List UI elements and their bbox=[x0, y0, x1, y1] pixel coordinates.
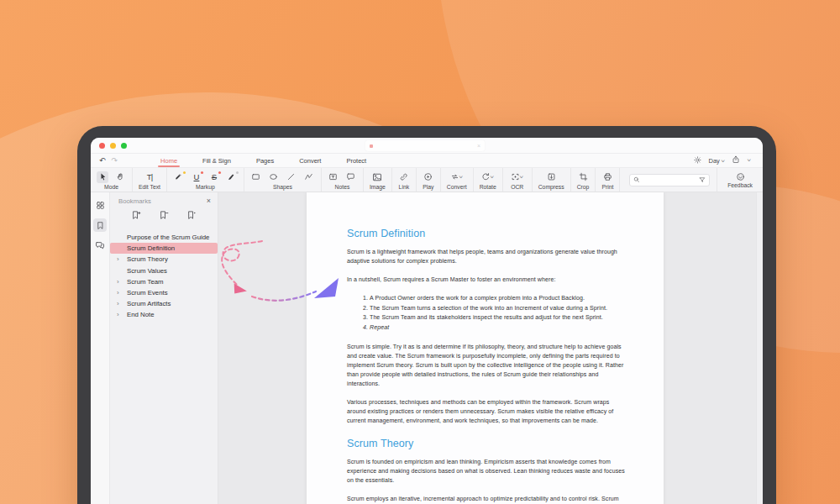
underline-button[interactable] bbox=[191, 171, 202, 183]
tab-fill-and-sign[interactable]: Fill & Sign bbox=[190, 154, 244, 167]
close-document-icon[interactable]: × bbox=[477, 143, 480, 149]
redo-icon[interactable]: ↷ bbox=[112, 156, 118, 165]
close-panel-icon[interactable]: × bbox=[207, 197, 211, 205]
bookmark-item[interactable]: ›Scrum Artifacts bbox=[110, 298, 218, 309]
feedback-button[interactable]: Feedback bbox=[717, 168, 763, 192]
add-bookmark-icon[interactable] bbox=[131, 208, 141, 223]
group-edit-text: Edit Text bbox=[133, 168, 167, 192]
select-mode-button[interactable] bbox=[97, 171, 108, 183]
brightness-icon[interactable] bbox=[694, 156, 701, 165]
link-button[interactable] bbox=[398, 171, 410, 183]
print-button[interactable] bbox=[601, 171, 613, 183]
tab-protect[interactable]: Protect bbox=[333, 154, 379, 167]
highlight-button[interactable] bbox=[173, 171, 185, 183]
bookmarks-list: Purpose of the Scrum Guide Scrum Definit… bbox=[110, 232, 218, 321]
doc-heading-scrum-definition: Scrum Definition bbox=[347, 228, 625, 240]
search-input[interactable] bbox=[643, 176, 696, 184]
color-dot bbox=[201, 171, 203, 174]
bookmark-item[interactable]: Purpose of the Scrum Guide bbox=[110, 232, 218, 243]
remove-bookmark-icon[interactable] bbox=[159, 208, 169, 223]
edit-text-button[interactable] bbox=[144, 171, 155, 183]
hand-mode-button[interactable] bbox=[114, 171, 126, 183]
tab-convert[interactable]: Convert bbox=[286, 154, 333, 167]
tab-pages[interactable]: Pages bbox=[244, 154, 286, 167]
doc-list-item: Repeat bbox=[370, 323, 625, 332]
convert-button[interactable]: ˅ bbox=[449, 171, 465, 183]
color-dot bbox=[236, 171, 239, 174]
thumbnails-panel-icon[interactable] bbox=[93, 198, 107, 212]
bookmarks-panel: Bookmarks × Purpose of the Scrum Guide S… bbox=[110, 192, 218, 504]
ellipse-shape-button[interactable] bbox=[268, 171, 280, 183]
filter-icon[interactable] bbox=[699, 176, 706, 183]
doc-list-item: The Scrum Team and its stakeholders insp… bbox=[370, 312, 625, 322]
comment-note-button[interactable] bbox=[345, 171, 357, 183]
strikethrough-button[interactable] bbox=[208, 171, 220, 183]
doc-paragraph: Scrum is founded on empiricism and lean … bbox=[347, 457, 625, 485]
group-ocr: ˅ OCR bbox=[503, 168, 533, 192]
group-rotate: ˅ Rotate bbox=[474, 168, 503, 192]
minimize-window-button[interactable] bbox=[110, 143, 116, 149]
ribbon-tabs: Home Fill & Sign Pages Convert Protect bbox=[148, 154, 379, 167]
bookmarks-panel-title: Bookmarks bbox=[118, 197, 151, 205]
vertical-scrollbar[interactable] bbox=[756, 192, 763, 504]
bookmark-item[interactable]: Scrum Values bbox=[110, 265, 218, 276]
group-label: Print bbox=[601, 184, 613, 190]
bookmarks-panel-icon[interactable] bbox=[93, 218, 107, 232]
group-convert: ˅ Convert bbox=[441, 168, 474, 192]
polyline-shape-button[interactable] bbox=[303, 171, 315, 183]
bookmark-item[interactable]: ›Scrum Team bbox=[110, 276, 218, 287]
share-icon[interactable] bbox=[732, 155, 740, 165]
close-window-button[interactable] bbox=[99, 143, 105, 149]
chevron-down-icon[interactable]: ˅ bbox=[748, 158, 752, 163]
group-label: Link bbox=[399, 184, 409, 190]
document-tab[interactable]: × bbox=[365, 140, 485, 151]
bookmark-item[interactable]: ›Scrum Events bbox=[110, 287, 218, 298]
main-area: Bookmarks × Purpose of the Scrum Guide S… bbox=[91, 192, 763, 504]
group-label: Compress bbox=[538, 184, 564, 190]
search-box[interactable] bbox=[629, 174, 710, 186]
doc-paragraph: Various processes, techniques and method… bbox=[347, 397, 625, 425]
group-play: Play bbox=[417, 168, 441, 192]
titlebar: × bbox=[91, 138, 763, 154]
edit-bookmark-icon[interactable] bbox=[186, 208, 197, 223]
ribbon-tab-row: ↶ ↷ Home Fill & Sign Pages Convert Prote… bbox=[91, 154, 763, 168]
group-label: Mode bbox=[104, 184, 118, 190]
rotate-button[interactable]: ˅ bbox=[480, 171, 496, 183]
group-label: Edit Text bbox=[139, 184, 160, 190]
toolbar: Mode Edit Text Markup bbox=[91, 168, 763, 192]
toolbar-spacer bbox=[620, 168, 629, 192]
group-label: Image bbox=[370, 184, 386, 190]
text-note-button[interactable] bbox=[328, 171, 339, 183]
pdf-file-icon bbox=[370, 144, 373, 148]
crop-button[interactable] bbox=[577, 171, 589, 183]
line-shape-button[interactable] bbox=[286, 171, 297, 183]
doc-paragraph: Scrum employs an iterative, incremental … bbox=[347, 494, 625, 504]
zoom-window-button[interactable] bbox=[121, 143, 127, 149]
group-image: Image bbox=[364, 168, 392, 192]
bookmark-item-active[interactable]: Scrum Definition bbox=[110, 243, 218, 254]
play-button[interactable] bbox=[423, 171, 434, 183]
compress-button[interactable] bbox=[545, 171, 557, 183]
group-mode: Mode bbox=[91, 168, 133, 192]
group-crop: Crop bbox=[571, 168, 596, 192]
group-notes: Notes bbox=[322, 168, 364, 192]
tab-home[interactable]: Home bbox=[148, 154, 190, 167]
rectangle-shape-button[interactable] bbox=[250, 171, 262, 183]
panel-icon-strip bbox=[91, 192, 110, 504]
group-markup: Markup bbox=[167, 168, 244, 192]
group-label: Crop bbox=[577, 184, 590, 190]
comments-panel-icon[interactable] bbox=[93, 239, 107, 252]
image-button[interactable] bbox=[371, 171, 383, 183]
color-dot bbox=[183, 171, 186, 174]
ocr-button[interactable]: ˅ bbox=[509, 171, 526, 183]
undo-icon[interactable]: ↶ bbox=[99, 156, 106, 165]
device-frame: × ↶ ↷ Home Fill & Sign Pages Convert Pro… bbox=[77, 126, 776, 504]
theme-selector[interactable]: Day ˅ bbox=[709, 157, 725, 165]
bookmark-item[interactable]: ›End Note bbox=[110, 309, 218, 320]
pen-markup-button[interactable] bbox=[226, 171, 238, 183]
feedback-icon bbox=[736, 172, 745, 181]
bookmark-item[interactable]: ›Scrum Theory bbox=[110, 254, 218, 265]
group-label: Play bbox=[423, 184, 433, 190]
group-print: Print bbox=[596, 168, 620, 192]
document-view[interactable]: Scrum Definition Scrum is a lightweight … bbox=[218, 192, 763, 504]
